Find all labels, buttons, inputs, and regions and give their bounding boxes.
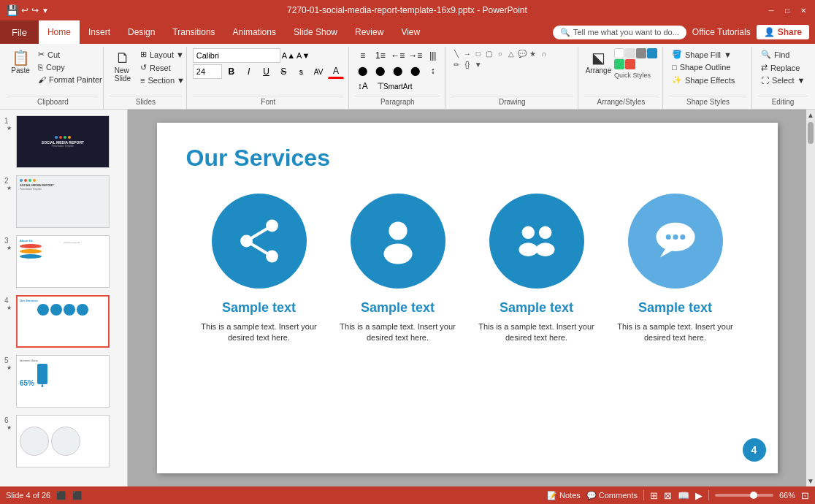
- restore-button[interactable]: □: [781, 4, 793, 16]
- rect-shape[interactable]: □: [473, 48, 483, 58]
- qs-swatch-6[interactable]: [625, 59, 635, 69]
- office-tutorials[interactable]: Office Tutorials: [692, 27, 751, 37]
- line-spacing-button[interactable]: ↕: [425, 64, 441, 78]
- slide-sorter-button[interactable]: ⊠: [664, 490, 672, 501]
- tri-shape[interactable]: △: [506, 48, 516, 58]
- slide-thumb-2[interactable]: 2 ★ SOCIAL MEDIA REPORT Presentation Tem…: [3, 172, 124, 231]
- qs-swatch-3[interactable]: [636, 48, 646, 58]
- menu-home[interactable]: Home: [39, 20, 80, 44]
- paste-button[interactable]: 📋 Paste: [7, 48, 34, 77]
- slide-thumb-4[interactable]: 4 ★ Our Services: [3, 292, 124, 351]
- menu-insert[interactable]: Insert: [80, 20, 119, 44]
- align-left-button[interactable]: ⬤: [355, 64, 371, 78]
- slide-canvas[interactable]: Our Services Sample text This is: [157, 123, 778, 473]
- shape-outline-icon: □: [672, 63, 677, 72]
- font-size-input[interactable]: [193, 64, 222, 79]
- fit-to-window-button[interactable]: ⊡: [801, 490, 809, 501]
- slideshow-button[interactable]: ▶: [695, 490, 703, 501]
- underline-button[interactable]: U: [259, 64, 275, 79]
- notes-button[interactable]: 📝 Notes: [547, 491, 581, 500]
- oval-shape[interactable]: ○: [495, 48, 505, 58]
- shape-effects-button[interactable]: ✨ Shape Effects: [669, 74, 738, 86]
- normal-view-button[interactable]: ⊞: [650, 490, 658, 501]
- curve-shape[interactable]: ∩: [539, 48, 549, 58]
- right-scrollbar[interactable]: ▲ ▼: [806, 110, 815, 486]
- brace-shape[interactable]: {}: [462, 59, 472, 69]
- qs-swatch-2[interactable]: [625, 48, 635, 58]
- copy-button[interactable]: ⎘ Copy: [35, 61, 105, 73]
- redo-icon[interactable]: ↪: [31, 5, 39, 15]
- reading-view-button[interactable]: 📖: [678, 490, 689, 501]
- increase-indent-button[interactable]: →≡: [408, 48, 424, 63]
- menu-review[interactable]: Review: [346, 20, 392, 44]
- share-button[interactable]: 👤 Share: [757, 25, 809, 39]
- format-painter-button[interactable]: 🖌 Format Painter: [35, 74, 105, 85]
- comments-button[interactable]: 💬 Comments: [586, 491, 638, 500]
- replace-button[interactable]: ⇄ Replace: [758, 61, 808, 74]
- qs-swatch-1[interactable]: [614, 48, 624, 58]
- customize-icon[interactable]: ▼: [42, 7, 49, 15]
- new-slide-button[interactable]: 🗋 NewSlide: [110, 48, 136, 85]
- slide-thumb-6[interactable]: 6 ★: [3, 412, 124, 470]
- tell-me-input[interactable]: 🔍 Tell me what you want to do...: [553, 26, 686, 39]
- reset-button[interactable]: ↺ Reset: [137, 61, 188, 74]
- arrange-button[interactable]: ⬕ Arrange: [584, 48, 613, 77]
- close-button[interactable]: ✕: [797, 4, 809, 16]
- qs-swatch-5[interactable]: [614, 59, 624, 69]
- find-button[interactable]: 🔍 Find: [758, 48, 808, 61]
- editing-tools: 🔍 Find ⇄ Replace ⛶ Select▼: [758, 48, 808, 94]
- callout-shape[interactable]: 💬: [517, 48, 527, 58]
- zoom-knob[interactable]: [750, 492, 757, 499]
- rounded-rect[interactable]: ▢: [484, 48, 494, 58]
- minimize-button[interactable]: ─: [765, 4, 777, 16]
- font-size-decrease[interactable]: A▼: [296, 51, 310, 60]
- justify-button[interactable]: ⬤: [408, 64, 424, 78]
- more-shapes[interactable]: ▼: [473, 59, 483, 69]
- cut-button[interactable]: ✂ Cut: [35, 48, 105, 61]
- font-size-increase[interactable]: A▲: [282, 51, 295, 60]
- menu-transitions[interactable]: Transitions: [164, 20, 223, 44]
- decrease-indent-button[interactable]: ←≡: [390, 48, 406, 63]
- font-name-dropdown[interactable]: [193, 48, 280, 63]
- menu-file[interactable]: File: [0, 20, 39, 44]
- star-shape[interactable]: ★: [528, 48, 538, 58]
- undo-icon[interactable]: ↩: [21, 5, 28, 15]
- bold-button[interactable]: B: [223, 64, 240, 79]
- slide-thumb-1[interactable]: 1 ★ SOCIAL MEDIA REPORT Presentation Tem…: [3, 112, 124, 171]
- bullets-button[interactable]: ≡: [355, 48, 371, 63]
- align-right-button[interactable]: ⬤: [390, 64, 406, 78]
- select-button[interactable]: ⛶ Select▼: [758, 75, 808, 86]
- arrow-shape[interactable]: →: [462, 48, 472, 58]
- line-shape[interactable]: ╲: [451, 48, 462, 58]
- text-direction-button[interactable]: ↕A: [355, 79, 371, 93]
- slide-thumb-3[interactable]: 3 ★ About Us Sample text content here: [3, 232, 124, 291]
- shadow-button[interactable]: s: [293, 64, 309, 79]
- zoom-slider[interactable]: [715, 494, 773, 497]
- layout-button[interactable]: ⊞ Layout ▼: [137, 48, 188, 61]
- align-center-button[interactable]: ⬤: [372, 64, 389, 78]
- freeform-shape[interactable]: ✏: [451, 59, 462, 69]
- service-circle-4: [628, 194, 723, 289]
- strikethrough-button[interactable]: S: [275, 64, 291, 79]
- reset-icon: ↺: [140, 63, 147, 72]
- scroll-thumb[interactable]: [808, 122, 814, 144]
- menu-slideshow[interactable]: Slide Show: [285, 20, 346, 44]
- scroll-up-arrow[interactable]: ▲: [807, 111, 814, 119]
- svg-point-10: [535, 243, 554, 256]
- columns-button[interactable]: |||: [425, 48, 441, 63]
- numbering-button[interactable]: 1≡: [372, 48, 389, 63]
- scroll-down-arrow[interactable]: ▼: [807, 477, 814, 485]
- shape-fill-button[interactable]: 🪣 Shape Fill▼: [669, 48, 738, 61]
- menu-design[interactable]: Design: [119, 20, 164, 44]
- italic-button[interactable]: I: [241, 64, 257, 79]
- section-button[interactable]: ≡ Section ▼: [137, 75, 188, 86]
- qs-swatch-4[interactable]: [647, 48, 657, 58]
- smartart-button[interactable]: SmartArt: [390, 79, 406, 93]
- char-spacing-button[interactable]: AV: [310, 64, 326, 79]
- shape-outline-button[interactable]: □ Shape Outline: [669, 61, 738, 73]
- font-color-button[interactable]: A: [328, 64, 344, 79]
- menu-animations[interactable]: Animations: [224, 20, 285, 44]
- save-icon[interactable]: 💾: [6, 4, 18, 16]
- slide-thumb-5[interactable]: 5 ★ Internet Users 65% 👤: [3, 352, 124, 411]
- menu-view[interactable]: View: [392, 20, 429, 44]
